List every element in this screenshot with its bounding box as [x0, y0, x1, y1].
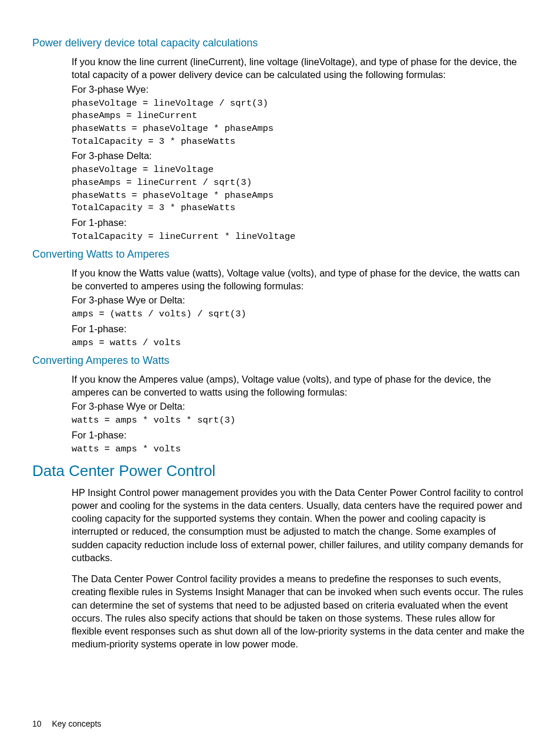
body-text: If you know the Amperes value (amps), Vo… [72, 373, 528, 399]
label-1phase: For 1-phase: [72, 323, 528, 335]
section-heading-data-center-power-control: Data Center Power Control [32, 462, 528, 480]
section-heading-power-delivery: Power delivery device total capacity cal… [32, 37, 528, 49]
label-3phase: For 3-phase Wye or Delta: [72, 295, 528, 306]
body-text: HP Insight Control power management prov… [72, 486, 528, 565]
code-block: TotalCapacity = lineCurrent * lineVoltag… [72, 231, 528, 244]
footer-label: Key concepts [52, 719, 101, 728]
code-block: watts = amps * volts * sqrt(3) [72, 414, 528, 427]
code-block: watts = amps * volts [72, 443, 528, 456]
label-3phase-delta: For 3-phase Delta: [72, 150, 528, 161]
body-text: The Data Center Power Control facility p… [72, 572, 528, 651]
code-block: amps = (watts / volts) / sqrt(3) [72, 308, 528, 321]
body-text: If you know the Watts value (watts), Vol… [72, 266, 528, 293]
code-block: phaseVoltage = lineVoltage / sqrt(3) pha… [72, 97, 528, 148]
code-block: phaseVoltage = lineVoltage phaseAmps = l… [72, 164, 528, 215]
page-footer: 10 Key concepts [32, 719, 102, 728]
label-3phase: For 3-phase Wye or Delta: [72, 401, 528, 412]
body-text: If you know the line current (lineCurren… [72, 55, 528, 82]
section-heading-amperes-to-watts: Converting Amperes to Watts [32, 355, 528, 367]
page-number: 10 [32, 719, 42, 728]
code-block: amps = watts / volts [72, 337, 528, 350]
label-1phase: For 1-phase: [72, 217, 528, 228]
label-3phase-wye: For 3-phase Wye: [72, 84, 528, 95]
section-heading-watts-to-amperes: Converting Watts to Amperes [32, 248, 528, 261]
label-1phase: For 1-phase: [72, 430, 528, 441]
